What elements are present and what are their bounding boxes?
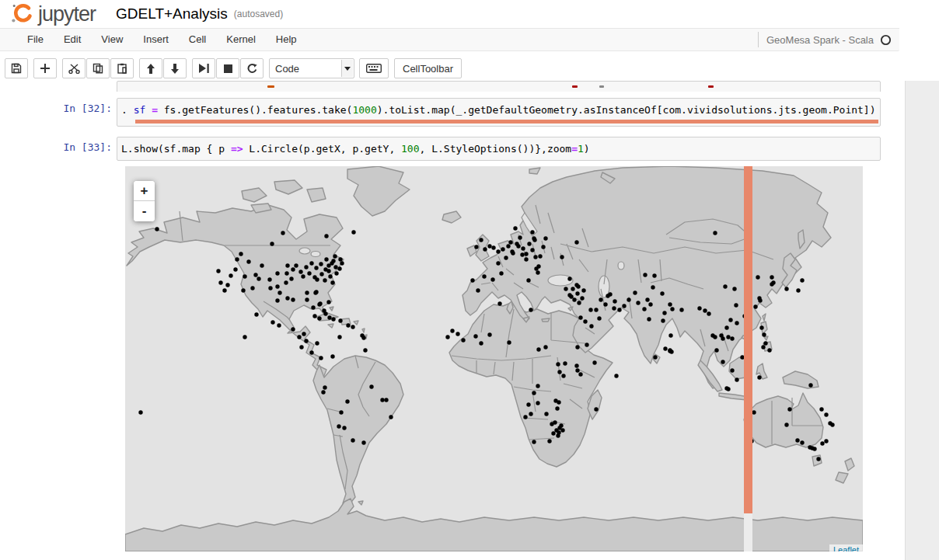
move-cell-down-button[interactable] [163,58,187,78]
jupyter-logo[interactable]: jupyter [11,2,96,26]
save-button[interactable] [5,58,28,78]
cut-cell-button[interactable] [62,58,86,78]
zoom-in-button[interactable]: + [134,181,155,201]
crete [542,318,550,322]
map-attribution: Leaflet [829,544,863,551]
restart-icon [246,64,257,74]
code-input-33[interactable]: L.show(sf.map { p => L.Circle(p.getX, p.… [117,137,881,161]
horizontal-scrollbar[interactable] [117,118,880,126]
code-seg: L.Circle(p.getX, p.getY, [243,143,402,155]
menu-edit[interactable]: Edit [54,29,91,50]
arrow-up-icon [146,64,155,74]
stop-icon [224,64,232,73]
arrow-down-icon [170,64,180,74]
menu-help[interactable]: Help [266,29,307,50]
code-seg: fs.getFeatures().features.take( [158,104,352,116]
menu-file[interactable]: File [17,29,54,50]
code-line-32: . sf = fs.getFeatures().features.take(10… [117,99,880,118]
run-cell-button[interactable] [192,58,215,78]
copy-icon [93,63,103,74]
interrupt-kernel-button[interactable] [216,58,239,78]
clipped-code-cell[interactable] [0,81,881,92]
code-seg: 100 [401,143,419,155]
code-seg: = [571,143,578,155]
select-arrow-zone [341,60,353,77]
notebook-area: In [32]: . sf = fs.getFeatures().feature… [0,81,939,551]
zoom-control: + - [134,181,155,221]
code-seg: , L.StyleOptions())},zoom [420,143,572,155]
menu-cell[interactable]: Cell [179,29,216,50]
keyboard-icon [366,64,382,73]
scissors-icon [68,64,80,74]
output-scrollbar-thumb[interactable] [744,166,752,513]
move-cell-up-button[interactable] [139,58,162,78]
input-prompt-32: In [32]: [0,98,117,127]
leaflet-link[interactable]: Leaflet [833,545,859,551]
add-cell-button[interactable] [33,58,57,78]
plus-icon [40,64,50,73]
great-lakes [311,252,320,257]
code-seg: L.show(sf.map { p [121,143,231,155]
code-cell-32: In [32]: . sf = fs.getFeatures().feature… [0,98,881,127]
output-vertical-scrollbar[interactable] [744,166,752,551]
code-seg: 1 [578,143,584,155]
command-palette-button[interactable] [359,58,389,78]
menubar: File Edit View Insert Cell Kernel Help G… [0,28,899,51]
clipped-cell-input[interactable] [117,81,881,92]
cell-type-value: Code [275,63,299,75]
code-seg: 1000 [352,104,376,116]
chevron-down-icon [344,67,351,71]
code-cell-33: In [33]: L.show(sf.map { p => L.Circle(p… [0,137,881,161]
notebook-title[interactable]: GDELT+Analysis [116,5,228,23]
kernel-separator [758,32,759,47]
code-seg: ).toList.map(_.getDefaultGeometry.asInst… [377,104,876,116]
jupyter-logo-icon [11,2,34,26]
code-seg [145,104,152,116]
menu-kernel[interactable]: Kernel [216,29,266,50]
kernel-name: GeoMesa Spark - Scala [766,34,874,46]
cell-output-map: + - Leaflet [0,166,939,551]
great-lakes [299,248,310,254]
menu-view[interactable]: View [91,29,133,50]
horizontal-scrollbar-thumb[interactable] [135,120,878,123]
paste-cell-button[interactable] [110,58,134,78]
code-seg: = [152,104,158,116]
save-icon [11,63,22,74]
paste-icon [117,63,127,74]
celltoolbar-button[interactable]: CellToolbar [394,58,462,78]
copy-cell-button[interactable] [86,58,110,78]
autosave-status: (autosaved) [234,9,283,19]
code-input-32[interactable]: . sf = fs.getFeatures().features.take(10… [117,98,881,127]
kernel-idle-icon [880,34,892,46]
menu-insert[interactable]: Insert [133,29,179,50]
code-seg: => [231,143,243,155]
cell-type-select[interactable]: Code [269,58,354,78]
code-line-33: L.show(sf.map { p => L.Circle(p.getX, p.… [117,137,880,160]
zoom-out-button[interactable]: - [134,201,155,221]
aral-sea [618,262,624,270]
code-seg: sf [134,104,146,116]
input-prompt-33: In [33]: [0,137,117,161]
logo-text: jupyter [38,2,96,26]
code-seg: ) [584,143,590,155]
restart-kernel-button[interactable] [240,58,264,78]
toolbar: Code CellToolbar [5,57,939,80]
code-seg: . [121,104,134,116]
run-icon [199,64,209,73]
titlebar: jupyter GDELT+Analysis (autosaved) [0,0,939,28]
